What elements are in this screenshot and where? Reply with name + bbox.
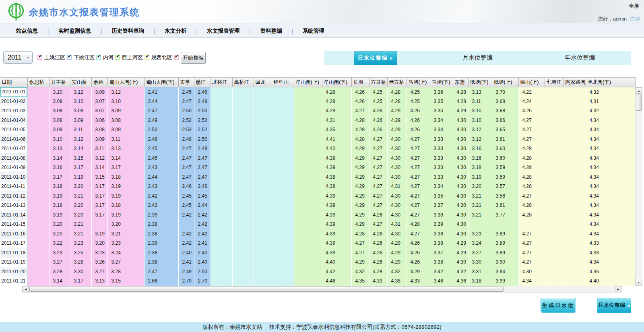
- value-cell[interactable]: [27, 182, 49, 192]
- value-cell[interactable]: 2.43: [144, 163, 178, 173]
- value-cell[interactable]: 4.28: [518, 182, 545, 192]
- checkbox[interactable]: ✔: [174, 55, 179, 60]
- value-cell[interactable]: 3.10: [468, 106, 492, 116]
- date-cell[interactable]: 2011-01-01: [0, 87, 27, 97]
- value-cell[interactable]: 4.26: [407, 125, 430, 135]
- value-cell[interactable]: [545, 153, 564, 163]
- value-cell[interactable]: 4.30: [387, 163, 407, 173]
- value-cell[interactable]: [254, 163, 272, 173]
- value-cell[interactable]: 2.39: [144, 239, 178, 248]
- value-cell[interactable]: [272, 125, 294, 135]
- value-cell[interactable]: 3.57: [492, 182, 518, 192]
- checkbox[interactable]: ✔: [37, 55, 42, 60]
- value-cell[interactable]: 3.08: [91, 125, 107, 135]
- value-cell[interactable]: 3.27: [107, 258, 144, 267]
- value-cell[interactable]: 4.32: [586, 87, 635, 97]
- value-cell[interactable]: [272, 182, 294, 192]
- value-cell[interactable]: 3.08: [107, 115, 144, 125]
- value-cell[interactable]: 2.50: [194, 106, 211, 116]
- value-cell[interactable]: 4.30: [453, 125, 468, 135]
- value-cell[interactable]: [27, 97, 49, 106]
- value-cell[interactable]: [294, 144, 322, 154]
- value-cell[interactable]: 3.07: [91, 106, 107, 116]
- value-cell[interactable]: 3.12: [91, 153, 107, 163]
- value-cell[interactable]: [232, 191, 254, 201]
- value-cell[interactable]: [294, 258, 322, 267]
- value-cell[interactable]: 4.34: [586, 210, 635, 220]
- value-cell[interactable]: 3.37: [430, 248, 453, 258]
- value-cell[interactable]: 2.47: [178, 153, 194, 163]
- value-cell[interactable]: 3.16: [49, 163, 70, 173]
- value-cell[interactable]: [545, 220, 564, 229]
- value-cell[interactable]: [254, 248, 272, 258]
- value-cell[interactable]: 4.27: [518, 248, 545, 258]
- value-cell[interactable]: 2.44: [194, 201, 211, 210]
- value-cell[interactable]: 3.23: [91, 248, 107, 258]
- value-cell[interactable]: 4.31: [586, 97, 635, 106]
- value-cell[interactable]: 2.41: [178, 258, 194, 267]
- value-cell[interactable]: 4.30: [453, 182, 468, 192]
- value-cell[interactable]: [254, 258, 272, 267]
- value-cell[interactable]: [27, 248, 49, 258]
- value-cell[interactable]: 3.13: [91, 276, 107, 286]
- vertical-scroll-thumb[interactable]: [636, 95, 642, 111]
- value-cell[interactable]: 4.32: [586, 106, 635, 116]
- value-cell[interactable]: 4.28: [453, 97, 468, 106]
- value-cell[interactable]: 4.27: [518, 115, 545, 125]
- value-cell[interactable]: [545, 276, 564, 286]
- value-cell[interactable]: [564, 125, 586, 135]
- value-cell[interactable]: [232, 220, 254, 229]
- value-cell[interactable]: 2.47: [194, 163, 211, 173]
- value-cell[interactable]: 3.33: [430, 172, 453, 182]
- value-cell[interactable]: 2.42: [178, 239, 194, 248]
- date-cell[interactable]: 2011-01-11: [0, 182, 27, 192]
- value-cell[interactable]: [272, 248, 294, 258]
- value-cell[interactable]: 3.10: [49, 87, 70, 97]
- region-filter[interactable]: ✔内河: [96, 54, 114, 61]
- value-cell[interactable]: 4.27: [518, 258, 545, 267]
- value-cell[interactable]: 4.28: [407, 220, 430, 229]
- value-cell[interactable]: 4.29: [387, 106, 407, 116]
- value-cell[interactable]: [211, 191, 232, 201]
- value-cell[interactable]: 3.34: [430, 182, 453, 192]
- value-cell[interactable]: 2.50: [144, 125, 178, 135]
- value-cell[interactable]: 2.47: [178, 97, 194, 106]
- value-cell[interactable]: 4.27: [369, 163, 387, 173]
- value-cell[interactable]: [27, 87, 49, 97]
- value-cell[interactable]: 4.39: [322, 153, 351, 163]
- value-cell[interactable]: 2.52: [178, 115, 194, 125]
- value-cell[interactable]: 3.20: [49, 229, 70, 239]
- scroll-left-arrow-icon[interactable]: ◀: [23, 286, 29, 292]
- value-cell[interactable]: 4.34: [586, 258, 635, 267]
- value-cell[interactable]: 3.09: [70, 106, 91, 116]
- value-cell[interactable]: 4.30: [387, 153, 407, 163]
- date-cell[interactable]: 2011-01-16: [0, 229, 27, 239]
- value-cell[interactable]: 4.30: [453, 163, 468, 173]
- value-cell[interactable]: 4.28: [518, 210, 545, 220]
- value-cell[interactable]: 3.19: [91, 229, 107, 239]
- value-cell[interactable]: 4.34: [586, 144, 635, 154]
- value-cell[interactable]: [211, 115, 232, 125]
- value-cell[interactable]: [27, 106, 49, 116]
- value-cell[interactable]: 3.11: [70, 125, 91, 135]
- value-cell[interactable]: 2.53: [178, 125, 194, 135]
- value-cell[interactable]: 3.10: [468, 115, 492, 125]
- value-cell[interactable]: [27, 276, 49, 286]
- value-cell[interactable]: 2.47: [178, 163, 194, 173]
- value-cell[interactable]: 3.17: [91, 201, 107, 210]
- value-cell[interactable]: [232, 144, 254, 154]
- value-cell[interactable]: 3.30: [468, 258, 492, 267]
- value-cell[interactable]: 2.38: [144, 258, 178, 267]
- value-cell[interactable]: [294, 267, 322, 276]
- value-cell[interactable]: 3.21: [468, 191, 492, 201]
- value-cell[interactable]: 3.12: [107, 87, 144, 97]
- value-cell[interactable]: 4.30: [453, 191, 468, 201]
- value-cell[interactable]: 3.12: [468, 134, 492, 144]
- nav-item[interactable]: 实时监测信息: [58, 28, 91, 34]
- value-cell[interactable]: 4.26: [369, 258, 387, 267]
- value-cell[interactable]: 4.27: [369, 144, 387, 154]
- value-cell[interactable]: 4.32: [387, 267, 407, 276]
- value-cell[interactable]: 4.34: [586, 163, 635, 173]
- value-cell[interactable]: [545, 191, 564, 201]
- value-cell[interactable]: 4.46: [322, 276, 351, 286]
